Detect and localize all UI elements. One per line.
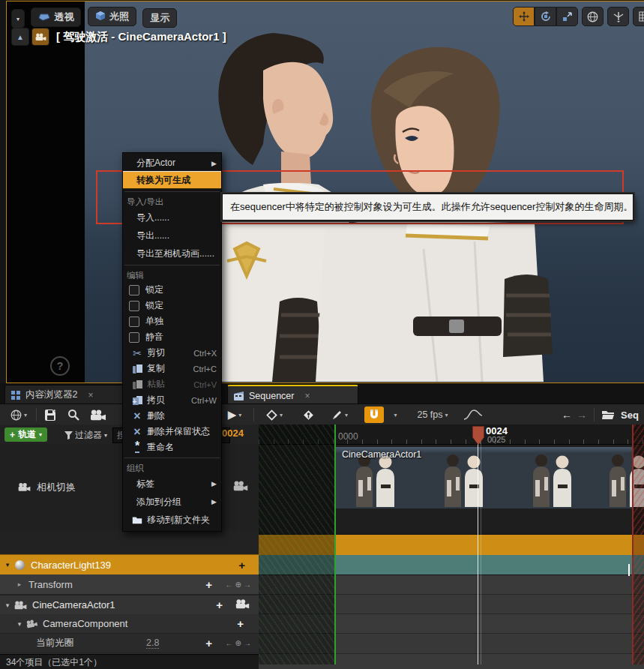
prev-key-icon[interactable]: ← (226, 580, 233, 589)
menu-item-mute[interactable]: 静音 (123, 329, 221, 345)
filter-button[interactable]: 过滤器 ▾ (64, 429, 107, 442)
curve-editor-button[interactable] (460, 406, 486, 423)
search-button[interactable] (64, 406, 82, 423)
track-row-characterlight139[interactable]: ▾ CharacterLight139 + (0, 554, 259, 575)
tab-content-browser[interactable]: 内容浏览器2 × (4, 385, 138, 404)
add-section-button[interactable]: + (216, 598, 223, 611)
track-label: CharacterLight139 (31, 560, 111, 571)
track-row-transform[interactable]: ▸ Transform + ← ⊕ → (0, 574, 259, 594)
help-icon[interactable]: ? (50, 356, 70, 376)
immersive-mode-button[interactable]: ▲ (11, 28, 29, 46)
lit-mode-button[interactable]: 光照 (88, 7, 136, 26)
scale-tool-button[interactable] (556, 7, 578, 26)
next-key-icon[interactable]: → (244, 580, 251, 589)
perspective-button[interactable]: 透视 (31, 8, 81, 27)
expand-icon[interactable]: ▾ (3, 602, 12, 609)
menu-item-delete-keep-state[interactable]: × 删除并保留状态 (123, 424, 221, 440)
snap-toggle-button[interactable] (364, 406, 384, 423)
browse-sequences-button[interactable] (598, 406, 618, 423)
menu-item-label: 复制 (147, 362, 165, 375)
current-frame-display[interactable]: 0024 (222, 428, 244, 439)
save-button[interactable]: * (40, 406, 60, 423)
menu-item-delete[interactable]: × 删除 (123, 408, 221, 424)
menu-shortcut: Ctrl+W (191, 396, 217, 405)
fps-selector[interactable]: 25 fps▾ (411, 406, 454, 423)
checkbox[interactable] (129, 301, 139, 311)
viewport-options-button[interactable]: ▾ (11, 9, 25, 28)
add-key-icon[interactable]: ⊕ (235, 639, 241, 647)
rotate-tool-button[interactable] (535, 7, 556, 26)
gizmo-coordinate-button[interactable] (607, 7, 629, 26)
add-section-button[interactable]: + (237, 617, 244, 630)
keyframe-options-button[interactable]: ▾ (259, 406, 289, 423)
add-key-button[interactable]: + (205, 578, 212, 591)
menu-item-export-camera-anim[interactable]: 导出至相机动画...... (123, 244, 221, 262)
property-value[interactable]: 2.8 (146, 638, 159, 649)
grid-snap-button[interactable] (633, 7, 644, 26)
menu-item-lock-1[interactable]: 锁定 (123, 282, 221, 298)
create-camera-button[interactable] (87, 406, 109, 423)
edit-mode-button[interactable]: ▾ (325, 406, 354, 423)
camera-icon[interactable] (233, 481, 248, 491)
caret-down-icon: ▾ (24, 412, 27, 418)
auto-key-button[interactable] (297, 406, 319, 423)
world-space-button[interactable] (582, 7, 604, 26)
add-track-button[interactable]: + 轨道 ▾ (4, 428, 47, 442)
checkbox[interactable] (129, 316, 139, 327)
menu-item-import[interactable]: 导入...... (123, 208, 221, 226)
camera-icon[interactable] (235, 599, 250, 609)
menu-item-paste[interactable]: 粘贴 Ctrl+V (123, 376, 221, 392)
camera-cuts-filmstrip[interactable]: CineCameraActor1 (336, 447, 632, 508)
next-key-icon[interactable]: → (244, 639, 251, 647)
menu-item-tags[interactable]: 标签 ▶ (123, 475, 221, 493)
add-section-button[interactable]: + (238, 559, 245, 572)
menu-item-assign-actor[interactable]: 分配Actor ▶ (123, 155, 221, 171)
track-row-cinecameraactor1[interactable]: ▾ CineCameraActor1 + (0, 595, 259, 614)
menu-item-export[interactable]: 导出...... (123, 226, 221, 244)
playback-options-button[interactable]: ▶▾ (221, 406, 248, 423)
menu-item-rename[interactable]: * 重命名 (123, 440, 221, 455)
menu-item-solo[interactable]: 单独 (123, 314, 221, 329)
track-row-current-aperture[interactable]: 当前光圈 2.8 + ← ⊕ → (0, 634, 259, 652)
menu-item-add-to-group[interactable]: 添加到分组 ▶ (123, 493, 221, 511)
context-menu: 分配Actor ▶ 转换为可生成 导入/导出 导入...... 导出......… (122, 152, 222, 532)
menu-section-label: 导入/导出 (127, 196, 163, 208)
close-tab-icon[interactable]: × (304, 391, 310, 401)
expand-icon[interactable]: ▸ (15, 580, 24, 588)
filter-label: 过滤器 (75, 429, 102, 442)
world-selector-button[interactable]: ▾ (6, 406, 31, 423)
close-tab-icon[interactable]: × (88, 390, 93, 400)
move-tool-button[interactable] (513, 7, 535, 26)
expand-icon[interactable]: ▾ (3, 561, 12, 568)
menu-item-label: 粘贴 (147, 378, 165, 391)
add-key-button[interactable]: + (205, 637, 212, 650)
menu-item-cut[interactable]: ✂ 剪切 Ctrl+X (123, 345, 221, 361)
menu-item-copy[interactable]: 复制 Ctrl+C (123, 361, 221, 376)
expand-icon[interactable]: ▾ (15, 620, 24, 628)
prev-key-icon[interactable]: ← (226, 639, 233, 647)
keyframe-nav[interactable]: ← ⊕ → (226, 639, 251, 647)
pilot-camera-button[interactable] (31, 28, 49, 46)
menu-item-move-to-new-folder[interactable]: 移动到新文件夹 (123, 511, 221, 529)
menu-item-duplicate[interactable]: + 拷贝 Ctrl+W (123, 392, 221, 408)
tab-sequencer[interactable]: Sequencer × (227, 385, 358, 405)
sequencer-timeline[interactable]: CineCameraActor1 0000 (259, 424, 644, 669)
add-key-icon[interactable]: ⊕ (235, 580, 241, 589)
menu-item-lock-2[interactable]: 锁定 (123, 298, 221, 314)
playhead-line[interactable] (478, 444, 478, 664)
keyframe-diamond-icon (266, 410, 277, 421)
menu-item-label: 删除并保留状态 (147, 425, 210, 438)
duplicate-icon: + (133, 395, 142, 406)
playback-start-line[interactable] (334, 424, 336, 664)
navigate-forward-button[interactable]: → (574, 406, 589, 423)
checkbox[interactable] (129, 285, 139, 296)
track-row-cameracomponent[interactable]: ▾ CameraComponent + (0, 614, 259, 633)
show-menu-button[interactable]: 显示 (142, 8, 177, 28)
snap-options-button[interactable]: ▾ (387, 406, 402, 423)
globe-icon (587, 11, 598, 22)
checkbox[interactable] (129, 332, 139, 343)
navigate-back-button[interactable]: ← (559, 406, 574, 423)
playback-end-line[interactable] (632, 424, 634, 664)
keyframe-nav[interactable]: ← ⊕ → (226, 580, 251, 589)
menu-item-convert-to-spawnable[interactable]: 转换为可生成 (123, 171, 221, 189)
